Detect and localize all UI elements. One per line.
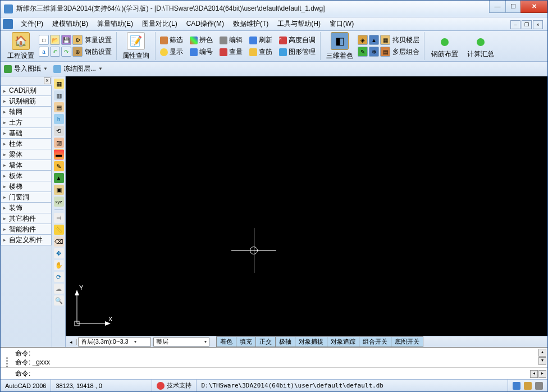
open-icon[interactable]: 📂 — [50, 35, 60, 45]
vtool-5[interactable]: ⟲ — [54, 126, 64, 136]
vtool-rotate[interactable]: ⟳ — [54, 272, 64, 282]
tree-item-cad[interactable]: ▸CAD识别 — [1, 85, 52, 96]
vtool-erase[interactable]: ⌫ — [54, 236, 64, 247]
vtool-8[interactable]: ✎ — [54, 161, 64, 171]
tool5-icon[interactable]: ❄ — [369, 47, 379, 57]
tool6-icon[interactable]: ▤ — [380, 47, 390, 57]
tree-item-earth[interactable]: ▸土方 — [1, 117, 52, 128]
menu-file[interactable]: 文件(P) — [16, 17, 48, 30]
vtool-pan[interactable]: ✋ — [54, 260, 64, 270]
status-icon-2[interactable] — [524, 382, 532, 390]
vtool-2[interactable]: ▥ — [54, 90, 64, 101]
color-button[interactable]: 辨色 — [189, 35, 214, 45]
calc-summary-button[interactable]: 计算汇总 — [463, 33, 499, 60]
panel-close-button[interactable]: × — [44, 78, 51, 84]
edit-button[interactable]: 编辑 — [218, 35, 244, 45]
tree-item-other[interactable]: ▸其它构件 — [1, 213, 52, 224]
rebar-layout-button[interactable]: 钢筋布置 — [427, 33, 463, 60]
tree-item-column[interactable]: ▸柱体 — [1, 139, 52, 149]
scroll-left-button[interactable]: ◂ — [66, 339, 77, 345]
vtool-3[interactable]: ▤ — [54, 102, 64, 112]
tree-item-foundation[interactable]: ▸基础 — [1, 128, 52, 139]
graphics-mgmt-button[interactable]: 图形管理 — [278, 47, 317, 57]
tree-item-stair[interactable]: ▸楼梯 — [1, 181, 52, 192]
vtool-10[interactable]: ▣ — [54, 185, 64, 195]
maximize-button[interactable]: ☐ — [505, 1, 521, 13]
vtool-6[interactable]: ▨ — [54, 138, 64, 148]
command-input[interactable] — [33, 370, 546, 377]
logo-icon[interactable] — [3, 19, 13, 29]
number-button[interactable]: 编号 — [189, 47, 214, 57]
freeze-layer-button[interactable]: 冻结图层... ▼ — [53, 64, 103, 74]
status-icon-1[interactable] — [513, 382, 520, 390]
rebar-settings-button[interactable]: 钢筋设置 — [84, 47, 113, 57]
tree-item-custom[interactable]: ▸自定义构件 — [1, 235, 52, 245]
toggle-polar[interactable]: 极轴 — [276, 336, 295, 347]
a-icon[interactable]: a — [39, 47, 49, 57]
undo-icon[interactable]: ↶ — [50, 47, 60, 57]
scroll-up-button[interactable]: ▴ — [538, 349, 546, 357]
redo-icon[interactable]: ↷ — [61, 47, 71, 57]
multi-layer-button[interactable]: 多层组合 — [391, 47, 421, 57]
tree-item-beam[interactable]: ▸梁体 — [1, 149, 52, 160]
vtool-cloud[interactable]: ☁ — [54, 284, 64, 294]
copy-floor-button[interactable]: 拷贝楼层 — [391, 35, 421, 45]
vtool-4[interactable]: h — [54, 114, 64, 124]
check-qty-button[interactable]: 查量 — [218, 47, 244, 57]
close-button[interactable]: ✕ — [520, 1, 547, 13]
vtool-1[interactable]: ▦ — [54, 79, 64, 89]
menu-model[interactable]: 建模辅助(B) — [48, 17, 93, 30]
tree-item-slab[interactable]: ▸板体 — [1, 171, 52, 181]
toggle-group[interactable]: 组合开关 — [359, 336, 391, 347]
status-icon-3[interactable] — [535, 382, 543, 390]
check-rebar-button[interactable]: 查筋 — [248, 47, 273, 57]
vtool-zoom[interactable]: 🔍 — [54, 295, 64, 306]
cmd-next-button[interactable]: ▸ — [538, 370, 546, 378]
menu-data[interactable]: 数据维护(T) — [229, 17, 273, 30]
menu-compare[interactable]: 图量对比(L) — [138, 17, 182, 30]
tree-item-rebar[interactable]: ▸识别钢筋 — [1, 96, 52, 107]
toggle-fill[interactable]: 填充 — [236, 336, 256, 347]
toggle-ortho[interactable]: 正交 — [256, 336, 276, 347]
drawing-viewport[interactable]: Y X — [66, 76, 547, 336]
tool1-icon[interactable]: ◈ — [358, 35, 368, 45]
property-query-button[interactable]: 📝 属性查询 — [119, 31, 153, 62]
menu-window[interactable]: 窗口(W) — [325, 17, 358, 30]
import-drawing-button[interactable]: 导入图纸 ▼ — [4, 64, 48, 74]
tree-item-axis[interactable]: ▸轴网 — [1, 107, 52, 117]
scroll-down-button[interactable]: ▾ — [538, 357, 546, 365]
vtool-move[interactable]: ✥ — [54, 248, 64, 258]
vtool-7[interactable]: ▬ — [54, 149, 64, 159]
status-support[interactable]: 技术支持 — [152, 380, 197, 391]
mdi-restore[interactable]: ❐ — [522, 20, 532, 29]
grip-handle[interactable] — [3, 350, 11, 375]
tree-item-decoration[interactable]: ▸装饰 — [1, 203, 52, 213]
vtool-dim[interactable]: ⊣ — [54, 213, 64, 223]
tool4-icon[interactable]: ✎ — [358, 47, 368, 57]
project-settings-button[interactable]: 🏠 工程设置 — [4, 31, 38, 62]
vtool-measure[interactable]: 📏 — [54, 225, 64, 235]
tool2-icon[interactable]: ▲ — [369, 35, 379, 45]
menu-quantity[interactable]: 算量辅助(E) — [93, 17, 138, 30]
mdi-minimize[interactable]: – — [510, 20, 520, 29]
new-icon[interactable]: □ — [39, 35, 49, 45]
vtool-11[interactable]: xyz — [54, 197, 64, 207]
toggle-otrack[interactable]: 对象追踪 — [327, 336, 359, 347]
toggle-osnap[interactable]: 对象捕捉 — [295, 336, 327, 347]
height-button[interactable]: h高度自调 — [278, 35, 317, 45]
display-button[interactable]: 显示 — [159, 47, 184, 57]
3d-shade-button[interactable]: ◧ 三维着色 — [323, 31, 357, 62]
tree-item-wall[interactable]: ▸墙体 — [1, 160, 52, 171]
filter-button[interactable]: 筛选 — [159, 35, 184, 45]
layer-select[interactable]: 整层▾ — [153, 338, 209, 347]
quantity-settings-button[interactable]: 算量设置 — [84, 35, 113, 45]
minimize-button[interactable]: — — [489, 1, 506, 13]
tree-item-door[interactable]: ▸门窗洞 — [1, 192, 52, 203]
tree-item-smart[interactable]: ▸智能构件 — [1, 224, 52, 235]
floor-select[interactable]: 首层(3.3m):0~3.3▾ — [78, 338, 151, 347]
cmd-prev-button[interactable]: ◂ — [530, 370, 538, 378]
settings-icon[interactable]: ⚙ — [72, 35, 83, 45]
mdi-close[interactable]: × — [533, 20, 543, 29]
menu-tools[interactable]: 工具与帮助(H) — [273, 17, 325, 30]
rebar-icon[interactable]: ⊕ — [72, 47, 83, 57]
